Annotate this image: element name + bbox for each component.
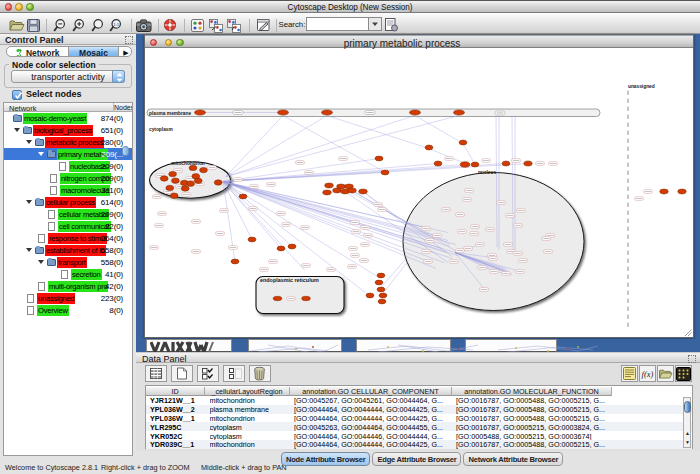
svg-text:plasma membrane: plasma membrane xyxy=(149,110,191,115)
svg-text:Search:: Search: xyxy=(279,19,306,28)
svg-text:endoplasmic reticulum: endoplasmic reticulum xyxy=(260,276,319,282)
svg-text:nucleus: nucleus xyxy=(478,170,496,175)
svg-text:f(x): f(x) xyxy=(642,369,654,379)
svg-text:1:1: 1:1 xyxy=(113,21,120,26)
svg-text:unassigned: unassigned xyxy=(628,83,655,88)
svg-text:cytoplasm: cytoplasm xyxy=(149,126,173,131)
svg-text:mitochondrion: mitochondrion xyxy=(171,160,205,165)
